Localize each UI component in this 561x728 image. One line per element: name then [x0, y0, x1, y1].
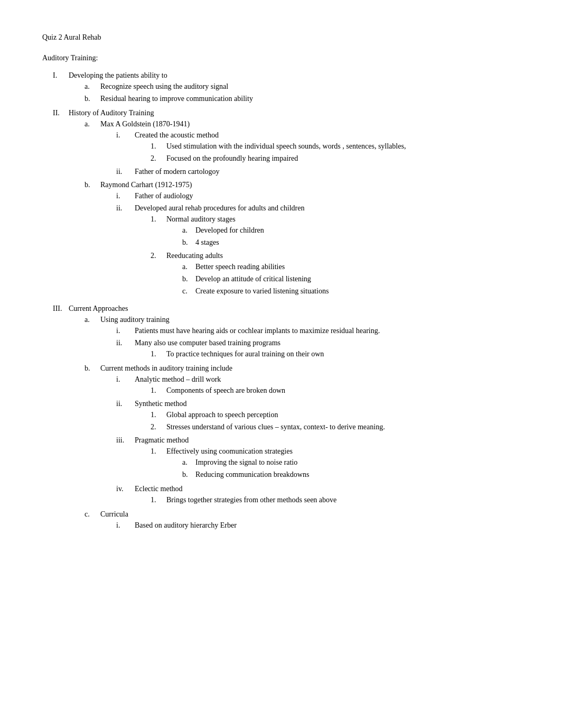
- num-2-stresses-text: Stresses understand of various clues – s…: [166, 421, 519, 432]
- alpha-b-row: b. Residual hearing to improve communica…: [69, 93, 519, 104]
- aural-rehab-text: Developed aural rehab procedures for adu…: [135, 202, 519, 214]
- sub-roman-i-analytic-content: Analytic method – drill work 1. Componen…: [135, 374, 519, 397]
- sub-roman-iii-pragmatic: iii. Pragmatic method 1. Effectively usi…: [100, 435, 519, 482]
- roman-I-content: Developing the patients ability to a. Re…: [69, 70, 519, 105]
- num-1-practice: 1. To practice techniques for aural trai…: [135, 348, 519, 360]
- num-1-components-text: Components of speech are broken down: [166, 385, 519, 396]
- sub-alpha-b-stages: b. 4 stages: [166, 237, 519, 248]
- num-1-effectively: 1. Effectively using coomunication strat…: [135, 446, 519, 481]
- alpha-a-goldstein-marker: a.: [85, 118, 100, 178]
- normal-auditory-text: Normal auditory stages: [166, 214, 519, 225]
- roman-II-marker: II.: [42, 107, 69, 301]
- sub-roman-ii-aural-rehab-marker: ii.: [116, 202, 135, 299]
- sub-alpha-b-stages-marker: b.: [182, 237, 195, 248]
- sub-alpha-b-reducing-marker: b.: [182, 469, 195, 480]
- sub-roman-i-patients: i. Patients must have hearing aids or co…: [100, 325, 519, 336]
- num-2-focused-text: Focused on the profoundly hearing impair…: [166, 153, 519, 164]
- roman-II-content: History of Auditory Training a. Max A Go…: [69, 107, 519, 301]
- alpha-c-curricula-content: Curricula i. Based on auditory hierarchy…: [100, 509, 519, 532]
- num-2-focused: 2. Focused on the profoundly hearing imp…: [135, 153, 519, 164]
- alpha-a-goldstein: a. Max A Goldstein (1870-1941) i. Create…: [69, 118, 519, 178]
- sub-alpha-c-exposure: c. Create exposure to varied listening s…: [166, 285, 519, 297]
- sub-alpha-a-improving-marker: a.: [182, 457, 195, 468]
- sub-roman-ii-computer-content: Many also use computer based training pr…: [135, 337, 519, 361]
- effectively-text: Effectively using coomunication strategi…: [166, 446, 519, 457]
- sub-roman-i-audiology-marker: i.: [116, 190, 135, 201]
- roman-II-text: History of Auditory Training: [69, 107, 519, 118]
- sub-alpha-b-reducing-text: Reducing communication breakdowns: [195, 469, 519, 480]
- page-title: Quiz 2 Aural Rehab: [42, 32, 519, 43]
- num-1-normal-auditory-marker: 1.: [151, 214, 166, 249]
- curricula-text: Curricula: [100, 509, 519, 520]
- sub-alpha-a-improving-text: Improving the signal to noise ratio: [195, 457, 519, 468]
- sub-alpha-a-improving: a. Improving the signal to noise ratio: [166, 457, 519, 468]
- alpha-a-goldstein-content: Max A Goldstein (1870-1941) i. Created t…: [100, 118, 519, 178]
- sub-roman-i-acoustic: i. Created the acoustic method 1. Used s…: [100, 130, 519, 165]
- sub-alpha-b-attitude-text: Develop an attitude of critical listenin…: [195, 273, 519, 284]
- num-1-effectively-content: Effectively using coomunication strategi…: [166, 446, 519, 481]
- num-1-stimulation-text: Used stimulation with the individual spe…: [166, 141, 519, 152]
- num-2-stresses-marker: 2.: [151, 421, 166, 432]
- acoustic-text: Created the acoustic method: [135, 130, 519, 141]
- sub-alpha-c-exposure-text: Create exposure to varied listening situ…: [195, 285, 519, 297]
- eclectic-text: Eclectic method: [135, 483, 519, 494]
- sub-roman-ii-father-modern-marker: ii.: [116, 166, 135, 177]
- num-1-practice-text: To practice techniques for aural trainin…: [166, 348, 519, 360]
- carhart-text: Raymond Carhart (1912-1975): [100, 179, 519, 190]
- sub-roman-iv-eclectic-content: Eclectic method 1. Brings together strat…: [135, 483, 519, 506]
- roman-I-marker: I.: [42, 70, 69, 105]
- roman-II: II. History of Auditory Training a. Max …: [42, 107, 519, 301]
- num-2-focused-marker: 2.: [151, 153, 166, 164]
- num-1-components-marker: 1.: [151, 385, 166, 396]
- sub-roman-i-acoustic-content: Created the acoustic method 1. Used stim…: [135, 130, 519, 165]
- roman-I: I. Developing the patients ability to a.…: [42, 70, 519, 105]
- sub-alpha-c-exposure-marker: c.: [182, 285, 195, 297]
- current-methods-text: Current methods in auditory training inc…: [100, 363, 519, 374]
- sub-roman-iv-eclectic: iv. Eclectic method 1. Brings together s…: [100, 483, 519, 506]
- sub-alpha-a-speech-text: Better speech reading abilities: [195, 261, 519, 272]
- alpha-b-current-methods-content: Current methods in auditory training inc…: [100, 363, 519, 508]
- alpha-b-carhart: b. Raymond Carhart (1912-1975) i. Father…: [69, 179, 519, 300]
- sub-alpha-a-children: a. Developed for children: [166, 225, 519, 236]
- num-1-normal-auditory: 1. Normal auditory stages a. Developed f…: [135, 214, 519, 249]
- alpha-a-using-content: Using auditory training i. Patients must…: [100, 314, 519, 362]
- alpha-a-using-marker: a.: [85, 314, 100, 362]
- sub-roman-ii-father-modern-text: Father of modern cartologoy: [135, 166, 519, 177]
- sub-roman-i-patients-marker: i.: [116, 325, 135, 336]
- roman-III-text: Current Approaches: [69, 303, 519, 314]
- pragmatic-text: Pragmatic method: [135, 435, 519, 446]
- sub-roman-iii-pragmatic-marker: iii.: [116, 435, 135, 482]
- sub-roman-i-erber-text: Based on auditory hierarchy Erber: [135, 520, 519, 531]
- reeducating-text: Reeducating adults: [166, 250, 519, 261]
- sub-alpha-b-stages-text: 4 stages: [195, 237, 519, 248]
- alpha-a-text: Recognize speech using the auditory sign…: [100, 81, 519, 92]
- num-2-reeducating-content: Reeducating adults a. Better speech read…: [166, 250, 519, 298]
- alpha-b-text: Residual hearing to improve communicatio…: [100, 93, 519, 104]
- synthetic-text: Synthetic method: [135, 398, 519, 409]
- outline-container: I. Developing the patients ability to a.…: [42, 70, 519, 533]
- sub-alpha-a-speech-marker: a.: [182, 261, 195, 272]
- using-text: Using auditory training: [100, 314, 519, 325]
- alpha-c-curricula-marker: c.: [85, 509, 100, 532]
- sub-roman-ii-aural-rehab: ii. Developed aural rehab procedures for…: [100, 202, 519, 299]
- num-1-stimulation-marker: 1.: [151, 141, 166, 152]
- sub-roman-i-erber-marker: i.: [116, 520, 135, 531]
- num-1-components: 1. Components of speech are broken down: [135, 385, 519, 396]
- alpha-c-curricula: c. Curricula i. Based on auditory hierar…: [69, 509, 519, 532]
- alpha-b-marker: b.: [85, 93, 100, 104]
- sub-roman-i-erber: i. Based on auditory hierarchy Erber: [100, 520, 519, 531]
- roman-III: III. Current Approaches a. Using auditor…: [42, 303, 519, 533]
- num-1-stimulation: 1. Used stimulation with the individual …: [135, 141, 519, 152]
- sub-alpha-b-reducing: b. Reducing communication breakdowns: [166, 469, 519, 480]
- alpha-a-marker: a.: [85, 81, 100, 92]
- sub-roman-ii-synthetic: ii. Synthetic method 1. Global approach …: [100, 398, 519, 434]
- num-1-brings-marker: 1.: [151, 494, 166, 505]
- num-2-reeducating: 2. Reeducating adults a. Better speech r…: [135, 250, 519, 298]
- num-1-effectively-marker: 1.: [151, 446, 166, 481]
- num-1-normal-auditory-content: Normal auditory stages a. Developed for …: [166, 214, 519, 249]
- sub-alpha-b-attitude: b. Develop an attitude of critical liste…: [166, 273, 519, 284]
- sub-roman-i-analytic: i. Analytic method – drill work 1. Compo…: [100, 374, 519, 397]
- num-1-practice-marker: 1.: [151, 348, 166, 360]
- alpha-b-current-methods-marker: b.: [85, 363, 100, 508]
- sub-roman-ii-computer-marker: ii.: [116, 337, 135, 361]
